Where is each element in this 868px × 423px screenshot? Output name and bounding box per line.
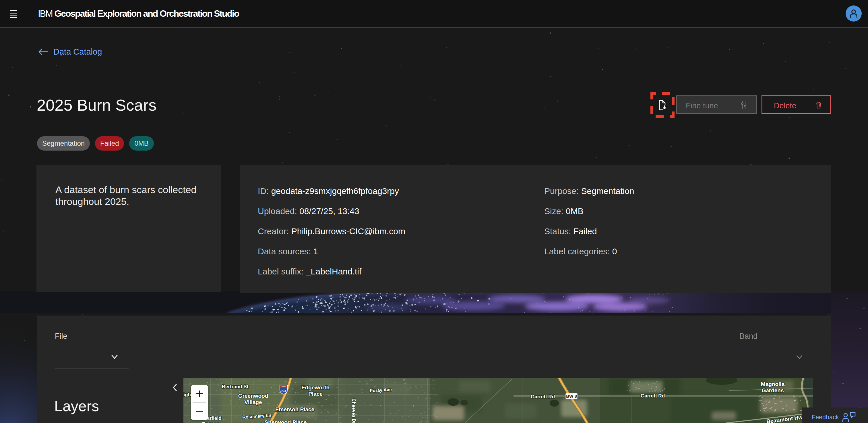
svg-text:Greenwood: Greenwood <box>238 393 268 399</box>
svg-text:Garrett Rd: Garrett Rd <box>531 394 555 399</box>
svg-text:Village: Village <box>245 399 262 405</box>
svg-text:Garrett Rd: Garrett Rd <box>641 393 665 399</box>
svg-text:Magnolia: Magnolia <box>761 381 785 387</box>
svg-text:Emerson Place: Emerson Place <box>275 406 314 412</box>
svg-text:69: 69 <box>281 389 286 393</box>
svg-text:Gardens: Gardens <box>762 387 784 393</box>
svg-text:Sherwood Place: Sherwood Place <box>265 419 307 423</box>
svg-text:Estates: Estates <box>202 421 219 423</box>
svg-text:Cheeves Dr: Cheeves Dr <box>351 399 356 423</box>
svg-text:Place: Place <box>308 391 322 397</box>
svg-text:Bertrand St: Bertrand St <box>222 384 249 389</box>
svg-text:BW 8: BW 8 <box>566 394 577 399</box>
svg-text:Edgeworth: Edgeworth <box>301 385 330 391</box>
svg-text:High: High <box>183 392 191 397</box>
